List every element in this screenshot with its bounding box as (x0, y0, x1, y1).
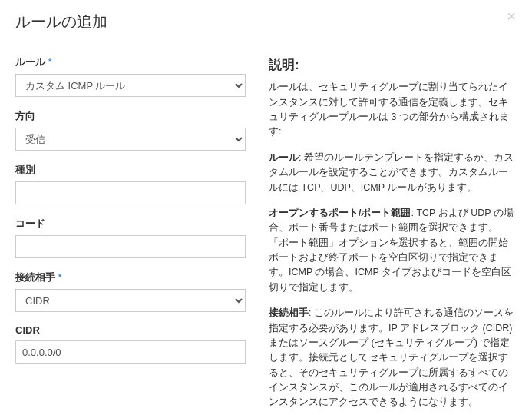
modal-header: ルールの追加 × (15, 12, 517, 40)
direction-label: 方向 (15, 109, 246, 123)
modal-title: ルールの追加 (15, 12, 517, 32)
description-column: 説明: ルールは、セキュリティグループに割り当てられたインスタンスに対して許可す… (269, 55, 517, 415)
close-icon[interactable]: × (502, 8, 520, 25)
remote-label: 接続相手 (15, 271, 246, 284)
cidr-input[interactable] (15, 340, 246, 364)
type-label: 種別 (15, 163, 246, 177)
description-header: 説明: (269, 55, 517, 75)
remote-select[interactable]: CIDR (15, 289, 246, 312)
direction-select[interactable]: 受信 (15, 128, 246, 151)
code-input[interactable] (15, 235, 246, 258)
description-rule: ルール: 希望のルールテンプレートを指定するか、カスタムルールを設定することがで… (269, 151, 517, 195)
rule-select[interactable]: カスタム ICMP ルール (15, 74, 246, 97)
description-port-bold: オープンするポート/ポート範囲 (269, 208, 411, 218)
cidr-label: CIDR (15, 324, 246, 336)
description-rule-bold: ルール (269, 152, 299, 163)
description-port-text: : TCP および UDP の場合、ポート番号またはポート範囲を選択できます。「… (269, 208, 514, 293)
description-remote-text: : このルールにより許可される通信のソースを指定する必要があります。IP アドレ… (269, 307, 514, 407)
description-rule-text: : 希望のルールテンプレートを指定するか、カスタムルールを設定することができます… (269, 152, 514, 193)
description-remote: 接続相手: このルールにより許可される通信のソースを指定する必要があります。IP… (269, 306, 517, 410)
form-column: ルール カスタム ICMP ルール 方向 受信 種別 コード 接続相 (15, 55, 246, 415)
type-input[interactable] (15, 181, 246, 204)
description-port: オープンするポート/ポート範囲: TCP および UDP の場合、ポート番号また… (269, 206, 517, 295)
description-remote-bold: 接続相手 (269, 307, 309, 318)
description-intro: ルールは、セキュリティグループに割り当てられたインスタンスに対して許可する通信を… (269, 80, 517, 140)
code-label: コード (15, 217, 246, 231)
rule-label: ルール (15, 55, 246, 69)
